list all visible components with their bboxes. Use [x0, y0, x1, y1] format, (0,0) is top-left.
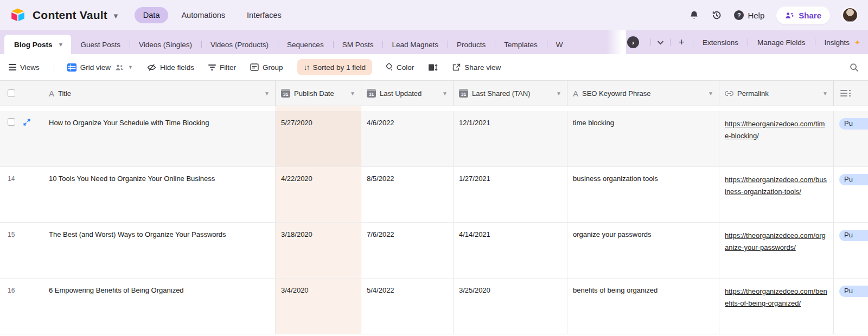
- column-header-last-shared[interactable]: 31 Last Shared (TAN) ▼: [454, 81, 567, 106]
- view-tab[interactable]: Sequences: [278, 35, 333, 54]
- cell-title[interactable]: The Best (and Worst) Ways to Organize Yo…: [43, 223, 276, 278]
- nav-tab-interfaces[interactable]: Interfaces: [238, 7, 290, 23]
- manage-fields-button[interactable]: Manage Fields: [754, 38, 809, 47]
- cell-last-updated[interactable]: 5/4/2022: [361, 279, 454, 334]
- grid-view-button[interactable]: Grid view ▼: [67, 63, 133, 72]
- column-header-permalink[interactable]: Permalink ▼: [719, 81, 834, 106]
- notifications-bell-icon[interactable]: [688, 10, 699, 21]
- chevron-down-icon[interactable]: [657, 40, 664, 45]
- column-header-seo-keyword[interactable]: A SEO Keyowrd Phrase ▼: [567, 81, 719, 106]
- cell-last-updated[interactable]: 4/6/2022: [361, 111, 454, 166]
- chevron-down-icon[interactable]: ▼: [112, 12, 119, 20]
- chevron-down-icon[interactable]: ▼: [264, 91, 270, 96]
- cell-publish-date[interactable]: 4/22/2020: [276, 167, 361, 222]
- cell-status[interactable]: Pu: [834, 111, 868, 166]
- row-height-button[interactable]: [428, 63, 438, 72]
- help-button[interactable]: ? Help: [734, 10, 764, 20]
- cell-permalink[interactable]: https://theorganizedceo.com/organize-you…: [719, 223, 834, 278]
- divider: [748, 38, 748, 46]
- share-button[interactable]: Share: [776, 7, 830, 24]
- add-table-button[interactable]: +: [676, 36, 687, 48]
- select-all-checkbox[interactable]: [8, 89, 15, 97]
- cell-publish-date[interactable]: 5/27/2020: [276, 111, 361, 166]
- cell-title[interactable]: 10 Tools You Need to Organize Your Onlin…: [43, 167, 276, 222]
- nav-tab-automations[interactable]: Automations: [173, 7, 234, 23]
- color-button[interactable]: Color: [384, 63, 414, 72]
- view-tab-label: SM Posts: [342, 41, 374, 49]
- cell-status[interactable]: Pu: [834, 223, 868, 278]
- views-button[interactable]: Views: [9, 63, 40, 72]
- cell-last-updated[interactable]: 8/5/2022: [361, 167, 454, 222]
- cell-last-updated[interactable]: 7/6/2022: [361, 223, 454, 278]
- table-row[interactable]: 15 The Best (and Worst) Ways to Organize…: [0, 223, 868, 279]
- view-tab[interactable]: Blog Posts▼: [4, 35, 71, 54]
- cell-permalink[interactable]: https://theorganizedceo.com/business-org…: [719, 167, 834, 222]
- cell-permalink[interactable]: https://theorganizedceo.com/time-blockin…: [719, 111, 834, 166]
- permalink-link[interactable]: https://theorganizedceo.com/benefits-of-…: [725, 286, 828, 309]
- view-tab[interactable]: W: [547, 35, 572, 54]
- chevron-down-icon[interactable]: ▼: [556, 91, 561, 96]
- permalink-link[interactable]: https://theorganizedceo.com/organize-you…: [725, 230, 828, 254]
- chevron-down-icon[interactable]: ▼: [442, 91, 448, 96]
- sparkle-icon: ✦: [854, 38, 860, 47]
- view-tab[interactable]: Videos (Products): [201, 35, 278, 54]
- cell-publish-date[interactable]: 3/18/2020: [276, 223, 361, 278]
- share-view-button[interactable]: Share view: [452, 63, 501, 72]
- table-row[interactable]: How to Organize Your Schedule with Time …: [0, 111, 868, 167]
- status-badge: Pu: [839, 118, 868, 130]
- scroll-tabs-right-button[interactable]: ›: [627, 36, 639, 48]
- cell-status[interactable]: Pu: [834, 279, 868, 334]
- cell-title[interactable]: 6 Empowering Benefits of Being Organized: [43, 279, 276, 334]
- table-row[interactable]: 16 6 Empowering Benefits of Being Organi…: [0, 279, 868, 334]
- view-tab[interactable]: Templates: [495, 35, 547, 54]
- view-tab[interactable]: Guest Posts: [71, 35, 130, 54]
- chevron-down-icon[interactable]: ▼: [708, 91, 713, 96]
- chevron-down-icon[interactable]: ▼: [58, 41, 64, 48]
- divider: [815, 38, 815, 46]
- view-tab[interactable]: Videos (Singles): [130, 35, 201, 54]
- search-button[interactable]: [849, 62, 859, 73]
- chevron-down-icon[interactable]: ▼: [350, 91, 355, 96]
- column-header-status[interactable]: [834, 81, 868, 106]
- cell-last-shared[interactable]: 4/14/2021: [454, 223, 567, 278]
- cell-last-shared[interactable]: 3/25/2020: [454, 279, 567, 334]
- group-button[interactable]: Group: [250, 63, 283, 72]
- view-tab-label: Templates: [504, 41, 538, 49]
- column-header-publish-date[interactable]: 31 Publish Date ▼: [276, 81, 361, 106]
- hide-fields-button[interactable]: Hide fields: [147, 63, 194, 72]
- row-gutter: 14: [0, 167, 43, 222]
- view-tab[interactable]: Products: [448, 35, 495, 54]
- view-tab-label: Guest Posts: [80, 41, 120, 49]
- cell-status[interactable]: Pu: [834, 167, 868, 222]
- nav-tab-data[interactable]: Data: [135, 7, 169, 23]
- row-checkbox[interactable]: [8, 118, 15, 126]
- sort-button[interactable]: ↓↑ Sorted by 1 field: [297, 59, 373, 75]
- column-header-title[interactable]: A Title ▼: [43, 81, 276, 106]
- cell-seo-keyword[interactable]: organize your passwords: [567, 223, 719, 278]
- chevron-down-icon[interactable]: ▼: [822, 91, 828, 96]
- permalink-link[interactable]: https://theorganizedceo.com/time-blockin…: [725, 118, 828, 142]
- cell-last-shared[interactable]: 12/1/2021: [454, 111, 567, 166]
- permalink-link[interactable]: https://theorganizedceo.com/business-org…: [725, 174, 828, 198]
- insights-button[interactable]: Insights: [821, 38, 853, 47]
- extensions-button[interactable]: Extensions: [699, 38, 742, 47]
- text-field-icon: A: [49, 89, 54, 98]
- view-tab-label: W: [556, 41, 563, 49]
- table-row[interactable]: 14 10 Tools You Need to Organize Your On…: [0, 167, 868, 223]
- column-label: Publish Date: [294, 89, 334, 98]
- view-tab[interactable]: Lead Magnets: [382, 35, 448, 54]
- divider: [650, 38, 651, 46]
- filter-button[interactable]: Filter: [208, 63, 236, 72]
- cell-seo-keyword[interactable]: time blocking: [567, 111, 719, 166]
- cell-last-shared[interactable]: 1/27/2021: [454, 167, 567, 222]
- column-header-last-updated[interactable]: 31 Last Updated ▼: [361, 81, 454, 106]
- expand-record-icon[interactable]: [23, 118, 31, 126]
- cell-title[interactable]: How to Organize Your Schedule with Time …: [43, 111, 276, 166]
- cell-permalink[interactable]: https://theorganizedceo.com/benefits-of-…: [719, 279, 834, 334]
- view-tab[interactable]: SM Posts: [333, 35, 383, 54]
- history-icon[interactable]: [711, 10, 722, 21]
- cell-seo-keyword[interactable]: benefits of being organized: [567, 279, 719, 334]
- user-avatar[interactable]: [842, 7, 858, 23]
- cell-publish-date[interactable]: 3/4/2020: [276, 279, 361, 334]
- cell-seo-keyword[interactable]: business organization tools: [567, 167, 719, 222]
